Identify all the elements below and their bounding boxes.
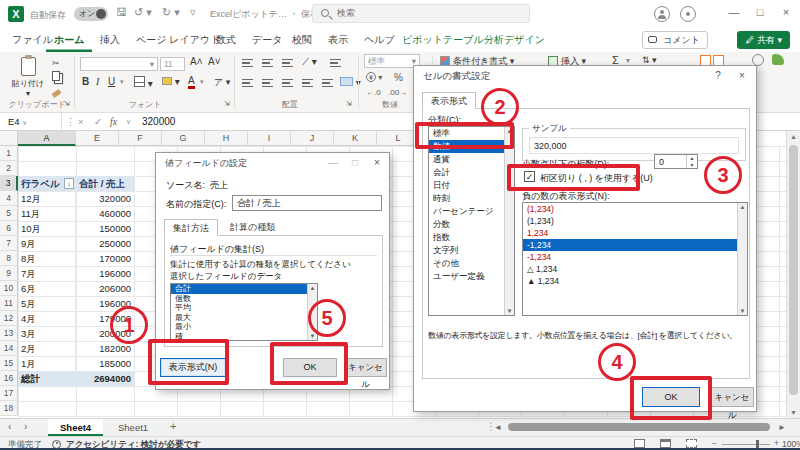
row-header[interactable]: 5 xyxy=(0,206,18,221)
row-header[interactable]: 11 xyxy=(0,296,18,311)
pivot-value-cell[interactable]: 185000 xyxy=(76,356,134,371)
format-painter-icon[interactable] xyxy=(52,88,61,98)
negative-format-item[interactable]: (1,234) xyxy=(523,215,747,227)
summary-function-item[interactable]: 最小 xyxy=(171,322,317,332)
account-avatar-icon[interactable] xyxy=(654,6,670,22)
tab-pivottable-analyze[interactable]: ピボットテーブル分析 xyxy=(394,28,512,52)
increase-indent-icon[interactable] xyxy=(322,78,333,89)
dialog-minimize-icon[interactable]: — xyxy=(321,153,345,173)
dialog-close-icon[interactable]: × xyxy=(365,153,389,173)
name-box[interactable]: E4 ∨ xyxy=(0,113,62,131)
align-right-icon[interactable] xyxy=(282,78,293,89)
orientation-icon[interactable]: ⟋ ▾ xyxy=(302,56,317,68)
minimize-button[interactable]: — xyxy=(724,6,744,18)
dialog-close-icon[interactable]: × xyxy=(730,66,754,86)
pivot-month-cell[interactable]: 2月 xyxy=(18,341,76,356)
align-middle-icon[interactable] xyxy=(262,58,273,69)
horizontal-scroll-thumb[interactable] xyxy=(508,423,770,431)
grow-font-icon[interactable]: A˄ xyxy=(190,56,203,67)
close-button[interactable]: × xyxy=(776,6,796,18)
align-top-icon[interactable] xyxy=(242,58,253,69)
tab-home[interactable]: ホーム xyxy=(46,28,92,52)
category-item[interactable]: その他 xyxy=(429,257,514,270)
cut-icon[interactable]: ✂ xyxy=(52,58,60,68)
paste-button[interactable]: 貼り付け ▾ xyxy=(10,56,46,102)
analyze-data-icon[interactable] xyxy=(772,54,784,67)
scroll-down-icon[interactable]: ▼ xyxy=(787,409,800,416)
tab-summarize-values-by[interactable]: 集計方法 xyxy=(164,219,218,236)
tab-show-values-as[interactable]: 計算の種類 xyxy=(222,219,283,236)
category-item[interactable]: 文字列 xyxy=(429,244,514,257)
save-icon[interactable]: 🖫 xyxy=(116,6,127,18)
pivot-month-cell[interactable]: 4月 xyxy=(18,311,76,326)
tab-formulas[interactable]: 数式 xyxy=(208,28,244,52)
sort-filter-button[interactable]: ⇅ ▾ xyxy=(642,55,657,65)
accessibility-status[interactable]: アクセシビリティ: 検討が必要です xyxy=(66,439,201,450)
column-header[interactable]: I xyxy=(248,131,291,146)
negative-format-item[interactable]: -1,234 xyxy=(523,251,747,263)
zoom-level[interactable]: 100% xyxy=(782,439,800,449)
align-bottom-icon[interactable] xyxy=(282,58,293,69)
sheet-nav-prev-icon[interactable]: ‹ xyxy=(8,421,11,432)
column-header[interactable]: F xyxy=(119,131,162,146)
row-header[interactable]: 15 xyxy=(0,356,18,371)
tab-design[interactable]: デザイン xyxy=(496,28,553,52)
sheet-nav-next-icon[interactable]: › xyxy=(24,421,27,432)
redo-icon[interactable]: ↻ ▾ xyxy=(162,6,180,19)
sheet-tab-sheet4[interactable]: Sheet4 xyxy=(48,419,103,436)
column-header[interactable]: G xyxy=(162,131,205,146)
column-header[interactable]: J xyxy=(291,131,334,146)
pivot-month-cell[interactable]: 5月 xyxy=(18,296,76,311)
alignment-dialog-launcher-icon[interactable]: ⇲ xyxy=(346,100,352,108)
horizontal-scrollbar[interactable] xyxy=(500,423,786,432)
scroll-up-icon[interactable]: ▲ xyxy=(787,133,800,140)
pivot-value-cell[interactable]: 170000 xyxy=(76,251,134,266)
pivot-total-value[interactable]: 2694000 xyxy=(76,371,134,386)
zoom-slider-knob[interactable] xyxy=(756,440,759,448)
font-size-combo[interactable]: 11 xyxy=(160,57,185,71)
font-dialog-launcher-icon[interactable]: ⇲ xyxy=(224,100,230,108)
pivot-value-cell[interactable]: 250000 xyxy=(76,236,134,251)
font-name-combo[interactable]: ▾ xyxy=(80,57,158,71)
cancel-button[interactable]: キャンセル xyxy=(710,387,754,407)
page-break-view-icon[interactable] xyxy=(686,439,697,448)
wrap-text-icon[interactable] xyxy=(330,58,341,69)
row-header[interactable]: 2 xyxy=(0,161,18,176)
fill-color-icon[interactable]: ▾ xyxy=(162,76,180,87)
negative-format-item[interactable]: -1,234 xyxy=(523,239,747,251)
align-center-icon[interactable] xyxy=(262,78,273,89)
search-input[interactable]: 検索 xyxy=(312,4,530,23)
autosum-dropdown-icon[interactable]: ▾ xyxy=(626,56,630,65)
zoom-in-icon[interactable]: + xyxy=(774,438,779,448)
column-header[interactable]: H xyxy=(205,131,248,146)
row-header[interactable]: 1 xyxy=(0,146,18,161)
spinner-arrows-icon[interactable]: ▲▼ xyxy=(686,155,697,168)
formula-bar-value[interactable]: 320000 xyxy=(142,113,175,131)
category-item[interactable]: 通貨 xyxy=(429,153,514,166)
category-item[interactable]: 会計 xyxy=(429,166,514,179)
row-header[interactable]: 4 xyxy=(0,191,18,206)
sheet-tab-sheet1[interactable]: Sheet1 xyxy=(106,419,160,436)
pivot-value-cell[interactable]: 320000 xyxy=(76,191,134,206)
underline-button[interactable]: U xyxy=(108,76,115,87)
formulabar-expand-icon[interactable]: ∨ xyxy=(126,113,131,131)
category-item[interactable]: 日付 xyxy=(429,179,514,192)
row-header[interactable]: 12 xyxy=(0,311,18,326)
zoom-out-icon[interactable]: − xyxy=(712,438,717,448)
align-left-icon[interactable] xyxy=(242,78,253,89)
vertical-scroll-thumb[interactable] xyxy=(789,145,798,395)
maximize-button[interactable]: □ xyxy=(750,6,770,18)
hscroll-right-icon[interactable]: ► xyxy=(778,423,786,432)
row-header[interactable]: 9 xyxy=(0,266,18,281)
shrink-font-icon[interactable]: A˅ xyxy=(208,56,221,67)
decimal-places-spinner[interactable]: 0 ▲▼ xyxy=(654,154,698,169)
summary-function-item[interactable]: 最大 xyxy=(171,313,317,323)
bold-button[interactable]: B xyxy=(82,76,89,87)
pivot-month-cell[interactable]: 11月 xyxy=(18,206,76,221)
tab-insert[interactable]: 挿入 xyxy=(92,28,128,52)
comments-button[interactable]: コメント xyxy=(642,31,708,49)
enter-entry-icon[interactable]: ✓ xyxy=(94,113,102,131)
pivot-month-cell[interactable]: 10月 xyxy=(18,221,76,236)
row-header[interactable]: 13 xyxy=(0,326,18,341)
pivot-month-cell[interactable]: 6月 xyxy=(18,281,76,296)
